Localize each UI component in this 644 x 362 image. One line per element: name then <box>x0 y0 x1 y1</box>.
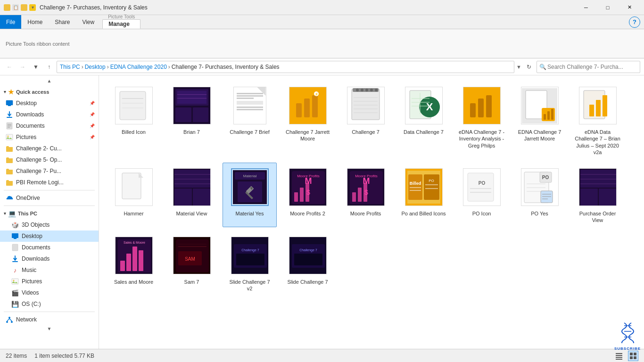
close-button[interactable]: ✕ <box>619 0 640 15</box>
chevron-icon: ▾ <box>4 90 6 94</box>
sidebar-item-pictures-pc[interactable]: Pictures <box>0 276 99 287</box>
sidebar-item-downloads-pc[interactable]: Downloads <box>0 253 99 264</box>
file-item-sales-and-moore[interactable]: Sales & Moore Sales and Moore <box>107 231 161 296</box>
file-label-sales-and-moore: Sales and Moore <box>114 279 153 285</box>
sidebar-heading-quick-access[interactable]: ▾ ★ Quick access <box>0 86 99 98</box>
svg-rect-10 <box>14 238 17 239</box>
forward-button[interactable]: → <box>17 61 28 73</box>
videos-icon: 🎬 <box>11 289 19 296</box>
file-item-hammer[interactable]: Hammer <box>107 163 161 227</box>
svg-rect-142 <box>120 261 125 271</box>
svg-point-44 <box>370 89 373 91</box>
svg-text:Challenge 7: Challenge 7 <box>299 248 317 252</box>
file-item-po-icon[interactable]: PO PO Icon <box>454 163 509 227</box>
sidebar-item-music[interactable]: ♪ Music <box>0 264 99 276</box>
svg-rect-118 <box>468 173 494 201</box>
pin-icon4: 📌 <box>90 135 95 140</box>
sidebar-item-desktop[interactable]: Desktop 📌 <box>0 98 99 109</box>
file-icon-slide-challenge-7: Challenge 7 <box>287 234 329 277</box>
file-item-challenge-7-brief[interactable]: Challenge 7 Brief <box>223 81 277 159</box>
details-view-button[interactable] <box>614 351 624 361</box>
search-input[interactable] <box>537 61 640 73</box>
breadcrumb-desktop[interactable]: Desktop <box>85 64 106 70</box>
file-item-po-and-billed[interactable]: Billed PO Po and Billed Icons <box>396 163 451 227</box>
address-dropdown[interactable]: ▼ <box>516 64 521 70</box>
file-item-brian-7[interactable]: Brian 7 <box>165 81 219 159</box>
file-label-po-icon: PO Icon <box>472 210 491 217</box>
sidebar-item-videos[interactable]: 🎬 Videos <box>0 287 99 298</box>
file-item-edna-data[interactable]: eDNA Data Challenge 7 – Brian Julius – S… <box>570 81 625 159</box>
tab-share[interactable]: Share <box>49 15 76 29</box>
file-item-moore-profits[interactable]: M $ Moore Profits Moore Profits <box>339 163 393 227</box>
sidebar-scroll-down[interactable]: ▼ <box>0 325 99 332</box>
svg-rect-161 <box>616 353 622 354</box>
sidebar-item-os-c[interactable]: 💾 OS (C:) <box>0 298 99 310</box>
onedrive-label: OneDrive <box>16 195 40 201</box>
svg-text:X: X <box>426 101 433 113</box>
file-label-hammer: Hammer <box>124 210 143 217</box>
sidebar-item-challenge2[interactable]: Challenge 2- Cu... <box>0 143 99 154</box>
sidebar-heading-this-pc[interactable]: ▾ 💻 This PC <box>0 208 99 219</box>
file-item-edna-challenge-7-jm[interactable]: EDNA Challenge 7 Jarrett Moore <box>512 81 567 159</box>
challenge7-label: Challenge 7- Pu... <box>16 168 61 174</box>
tab-view[interactable]: View <box>76 15 100 29</box>
file-item-po-yes[interactable]: PO PO Yes <box>512 163 567 227</box>
sidebar-divider-2 <box>4 206 95 206</box>
minimize-button[interactable]: ─ <box>575 0 597 15</box>
sidebar-item-challenge5[interactable]: Challenge 5- Op... <box>0 154 99 165</box>
folder-icon-2 <box>6 156 13 164</box>
file-item-purchase-order-view[interactable]: Purchase Order View <box>570 163 625 227</box>
svg-rect-70 <box>584 90 605 119</box>
help-button[interactable]: ? <box>629 16 640 28</box>
content-area[interactable]: Billed Icon <box>99 75 644 349</box>
sidebar-item-downloads[interactable]: Downloads 📌 <box>0 109 99 120</box>
svg-rect-67 <box>547 111 550 120</box>
breadcrumb[interactable]: This PC › Desktop › EDNA Challenge 2020 … <box>57 61 514 73</box>
recent-locations-button[interactable]: ▼ <box>30 61 41 73</box>
folder-icon-1 <box>6 145 13 152</box>
file-item-challenge-7[interactable]: Challenge 7 <box>339 81 393 159</box>
sidebar-item-documents[interactable]: Documents 📌 <box>0 120 99 132</box>
file-item-slide-challenge-7-v2[interactable]: Challenge 7 Slide Challenge 7 v2 <box>223 231 277 296</box>
maximize-button[interactable]: □ <box>597 0 619 15</box>
onedrive-icon <box>6 194 13 202</box>
file-item-moore-profits-2[interactable]: M $ Moore Profits Moore Profits 2 <box>281 163 335 227</box>
tab-manage[interactable]: Manage <box>102 19 140 29</box>
quick-access-star-icon: ★ <box>8 88 14 96</box>
sidebar-item-pbi-remote[interactable]: PBI Remote Logi... <box>0 177 99 188</box>
desktop-pc-icon <box>11 232 19 240</box>
network-label: Network <box>16 316 37 323</box>
file-item-challenge-7-jm[interactable]: ⚡ Challenge 7 Jarrett Moore <box>281 81 335 159</box>
tab-home[interactable]: Home <box>21 15 49 29</box>
file-item-material-view[interactable]: Material View <box>165 163 219 227</box>
sidebar-item-desktop-pc[interactable]: Desktop <box>0 230 99 242</box>
svg-text:Material: Material <box>243 174 256 178</box>
sidebar-item-onedrive[interactable]: OneDrive <box>0 192 99 204</box>
sidebar-item-documents-pc[interactable]: Documents <box>0 242 99 253</box>
tab-file[interactable]: File <box>0 15 21 29</box>
file-label-moore-profits: Moore Profits <box>350 210 381 217</box>
file-icon-edna-data <box>577 84 619 127</box>
file-item-edna-challenge-7-inv[interactable]: eDNA Challenge 7 - Inventory Analysis - … <box>454 81 509 159</box>
breadcrumb-this-pc[interactable]: This PC <box>60 64 80 70</box>
sidebar-item-challenge7[interactable]: Challenge 7- Pu... <box>0 165 99 177</box>
file-item-sam-7[interactable]: SAM Sam 7 <box>165 231 219 296</box>
sidebar-scroll-up[interactable]: ▲ <box>0 77 99 84</box>
desktop-icon <box>6 99 13 107</box>
large-icons-view-button[interactable] <box>628 351 638 361</box>
sidebar-item-3d-objects[interactable]: 🎲 3D Objects <box>0 219 99 230</box>
back-button[interactable]: ← <box>4 61 15 73</box>
svg-rect-109 <box>408 174 422 200</box>
window-controls[interactable]: ─ □ ✕ <box>575 0 640 15</box>
refresh-button[interactable]: ↻ <box>523 61 535 73</box>
file-item-billed-icon[interactable]: Billed Icon <box>107 81 161 159</box>
file-item-data-challenge-7[interactable]: X Data Challenge 7 <box>396 81 451 159</box>
svg-rect-97 <box>300 188 304 202</box>
subscribe-badge[interactable]: SUBSCRIBE <box>616 324 639 348</box>
sidebar-item-pictures[interactable]: Pictures 📌 <box>0 132 99 143</box>
file-item-slide-challenge-7[interactable]: Challenge 7 Slide Challenge 7 <box>281 231 335 296</box>
breadcrumb-edna[interactable]: EDNA Challenge 2020 <box>110 64 167 70</box>
sidebar-item-network[interactable]: Network <box>0 314 99 325</box>
file-item-material-yes[interactable]: Material Material Yes <box>223 163 277 227</box>
up-button[interactable]: ↑ <box>43 61 55 73</box>
